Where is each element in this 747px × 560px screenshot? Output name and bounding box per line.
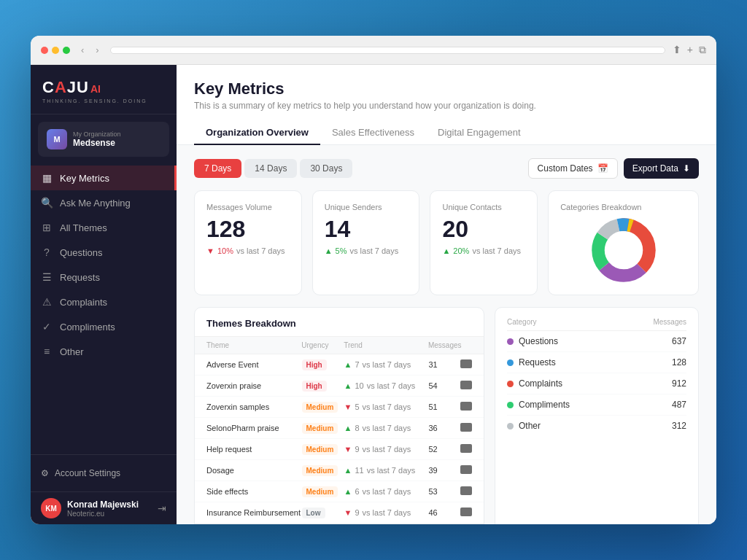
share-icon[interactable]: ⬆ [673,44,681,56]
sidebar-org[interactable]: M My Organization Medsense [38,122,169,157]
nav-label-requests: Requests [60,272,100,283]
forward-button[interactable]: › [92,43,102,57]
page-title: Key Metrics [194,79,699,98]
list-icon: ☰ [41,271,53,283]
download-icon: ⬇ [683,163,690,174]
messages-change-pct: 10% [217,246,233,255]
toolbar: 7 Days 14 Days 30 Days Custom Dates 📅 Ex… [194,158,699,179]
theme-name: Insurance Reimbursement [206,508,302,517]
cat-label-questions: Questions [507,336,672,346]
cat-row-other: Other 312 [507,416,686,436]
settings-icon: ⚙ [41,468,49,478]
date-30days[interactable]: 30 Days [300,159,352,178]
urgency-badge: Medium [302,445,344,454]
minimize-dot[interactable] [52,47,59,54]
sidebar-item-compliments[interactable]: ✓ Compliments [31,314,177,339]
unique-contacts-value: 20 [442,217,525,241]
logout-icon[interactable]: ⇥ [158,502,166,514]
cat-label-complaints: Complaints [507,378,672,389]
theme-name: Zoverxin samples [206,402,302,411]
cat-name-questions: Questions [519,336,558,346]
requests-dot [507,359,514,366]
address-bar[interactable] [110,47,665,54]
sidebar-item-questions[interactable]: ? Questions [31,240,177,265]
trend-cell: ▼ 5 vs last 7 days [344,402,429,411]
compliments-dot [507,402,514,408]
logo-ai: AI [90,83,101,95]
back-button[interactable]: ‹ [77,43,88,57]
messages-change-vs: vs last 7 days [236,246,285,255]
table-row: Side effects Medium ▲ 6 vs last 7 days 5… [195,481,484,502]
cat-name-other: Other [519,421,541,431]
row-action[interactable] [460,402,472,412]
nav-label-questions: Questions [60,247,103,258]
sidebar-item-complaints[interactable]: ⚠ Complaints [31,289,177,314]
messages-count: 51 [429,402,461,411]
urgency-badge: Low [302,508,344,517]
cat-value-requests: 128 [672,357,686,368]
cat-col-category: Category [507,318,653,326]
sidebar-item-ask-me-anything[interactable]: 🔍 Ask Me Anything [31,190,177,215]
account-settings[interactable]: ⚙ Account Settings [41,464,166,483]
col-action [462,341,472,349]
row-action[interactable] [460,465,472,475]
add-tab-icon[interactable]: + [687,44,693,56]
up-arrow-icon: ▲ [325,246,333,255]
custom-dates-label: Custom Dates [538,163,593,174]
calendar-icon: 📅 [597,163,608,174]
cat-name-requests: Requests [519,357,556,368]
cat-value-compliments: 487 [672,400,686,410]
grid-icon: ⊞ [41,222,53,233]
tabs-icon[interactable]: ⧉ [699,44,706,56]
themes-table-header: Theme Urgency Trend Messages [195,337,484,354]
messages-count: 53 [429,487,461,496]
page-subtitle: This is a summary of key metrics to help… [194,101,699,111]
contacts-change-pct: 20% [453,246,469,255]
tab-digital-engagement[interactable]: Digital Engagement [426,121,532,145]
warning-icon: ⚠ [41,296,53,308]
bottom-section: Themes Breakdown Theme Urgency Trend Mes… [194,307,699,524]
tab-org-overview[interactable]: Organization Overview [194,121,320,145]
metrics-row: Messages Volume 128 ▼ 10% vs last 7 days… [194,190,699,295]
categories-breakdown-card: Categories Breakdown [548,190,699,295]
export-data-button[interactable]: Export Data ⬇ [624,158,699,179]
sidebar-logo: CAJU AI THINKING. SENSING. DOING [31,65,177,114]
table-row: Zoverxin praise High ▲ 10 vs last 7 days… [195,376,484,397]
maximize-dot[interactable] [63,47,70,54]
svg-point-6 [605,232,642,268]
cat-table-header: Category Messages [507,318,686,331]
row-action[interactable] [460,508,472,518]
row-action[interactable] [460,359,472,370]
urgency-badge: High [302,360,344,369]
page-header: Key Metrics This is a summary of key met… [177,65,716,145]
sidebar-nav: ▦ Key Metrics 🔍 Ask Me Anything ⊞ All Th… [31,160,177,454]
date-7days[interactable]: 7 Days [194,159,241,178]
tab-sales-effectiveness[interactable]: Sales Effectiveness [320,121,426,145]
nav-label-other: Other [60,346,84,357]
trend-cell: ▼ 9 vs last 7 days [344,508,429,517]
urgency-badge: Medium [302,402,344,411]
close-dot[interactable] [41,47,48,54]
user-profile: KM Konrad Majewski Neoteric.eu ⇥ [31,491,177,524]
unique-senders-value: 14 [325,217,408,241]
sidebar-item-all-themes[interactable]: ⊞ All Themes [31,215,177,240]
custom-dates-button[interactable]: Custom Dates 📅 [528,158,618,179]
messages-count: 31 [429,360,461,369]
logo-tagline: THINKING. SENSING. DOING [42,98,165,104]
sidebar-item-requests[interactable]: ☰ Requests [31,265,177,289]
row-action[interactable] [460,444,472,454]
row-action[interactable] [460,423,472,433]
date-14days[interactable]: 14 Days [244,159,297,178]
main-content: Key Metrics This is a summary of key met… [177,65,716,524]
row-action[interactable] [460,381,472,391]
urgency-badge: Medium [302,487,344,496]
sidebar-item-other[interactable]: ≡ Other [31,339,177,364]
sidebar-item-key-metrics[interactable]: ▦ Key Metrics [31,166,177,190]
col-theme: Theme [206,341,301,349]
user-name: Konrad Majewski [67,499,152,510]
pagination: 1-18 of 18 ‹ › [195,524,484,524]
categories-title: Categories Breakdown [560,203,686,211]
row-action[interactable] [460,486,472,497]
urgency-badge: High [302,381,344,390]
theme-name: Side effects [206,487,302,496]
